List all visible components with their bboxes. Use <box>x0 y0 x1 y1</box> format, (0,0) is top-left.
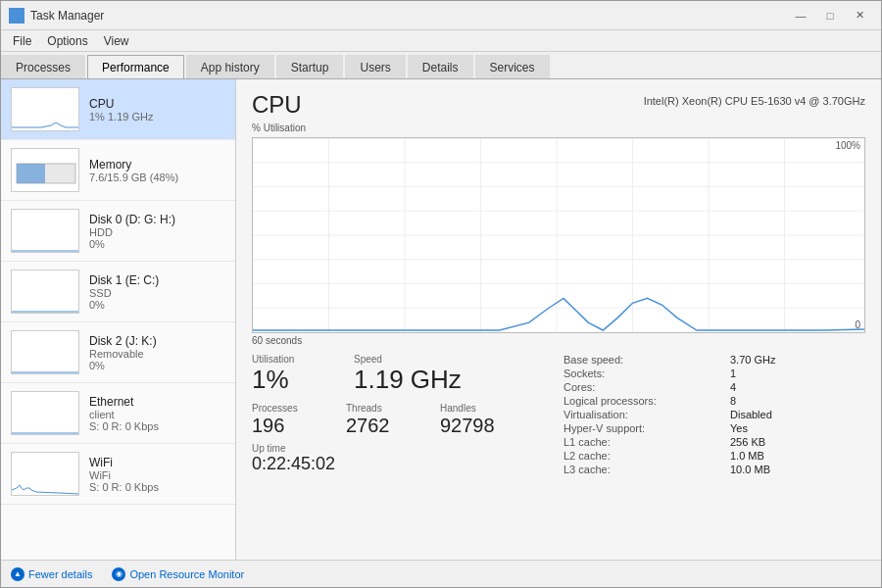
sidebar-wifi-sub1: WiFi <box>89 469 225 481</box>
sidebar-info-disk2: Disk 2 (J: K:) Removable 0% <box>89 334 225 371</box>
sidebar-disk1-name: Disk 1 (E: C:) <box>89 273 225 287</box>
graph-time-label: 60 seconds <box>252 335 865 346</box>
menu-view[interactable]: View <box>96 32 137 49</box>
processes-block: Processes 196 <box>252 403 330 437</box>
threads-value: 2762 <box>346 414 424 437</box>
title-bar-left: Task Manager <box>9 8 104 24</box>
sidebar-item-disk0[interactable]: Disk 0 (D: G: H:) HDD 0% <box>1 201 235 262</box>
svg-rect-2 <box>11 17 16 22</box>
svg-rect-1 <box>18 10 23 15</box>
maximize-button[interactable]: □ <box>816 6 844 25</box>
close-button[interactable]: ✕ <box>846 6 873 25</box>
sidebar-item-disk1[interactable]: Disk 1 (E: C:) SSD 0% <box>1 262 235 322</box>
cpu-model: Intel(R) Xeon(R) CPU E5-1630 v4 @ 3.70GH… <box>644 95 865 107</box>
sidebar-thumb-disk0 <box>11 209 79 253</box>
svg-rect-8 <box>12 210 79 253</box>
stats-left-col: Utilisation 1% Speed 1.19 GHz Processes … <box>252 354 554 475</box>
open-monitor-button[interactable]: ◉ Open Resource Monitor <box>112 567 244 581</box>
base-speed-value: 3.70 GHz <box>730 354 865 366</box>
sidebar-info-disk1: Disk 1 (E: C:) SSD 0% <box>89 273 225 311</box>
logical-value: 8 <box>730 395 865 407</box>
l2-value: 1.0 MB <box>730 450 865 462</box>
speed-block: Speed 1.19 GHz <box>354 354 462 395</box>
l3-label: L3 cache: <box>564 464 720 475</box>
menu-bar: File Options View <box>1 30 881 52</box>
sidebar-info-memory: Memory 7.6/15.9 GB (48%) <box>89 158 225 183</box>
cpu-graph: 100% 0 <box>252 137 865 333</box>
tab-performance[interactable]: Performance <box>87 55 184 78</box>
sidebar-item-memory[interactable]: Memory 7.6/15.9 GB (48%) <box>1 140 235 201</box>
menu-options[interactable]: Options <box>39 32 95 49</box>
l1-value: 256 KB <box>730 436 865 448</box>
tab-startup[interactable]: Startup <box>276 55 344 78</box>
sockets-value: 1 <box>730 368 865 379</box>
processes-value: 196 <box>252 414 330 437</box>
cpu-title: CPU <box>252 91 302 119</box>
svg-rect-10 <box>12 331 79 374</box>
window-controls: — □ ✕ <box>787 6 873 25</box>
sidebar-thumb-disk1 <box>11 270 79 314</box>
sidebar-info-disk0: Disk 0 (D: G: H:) HDD 0% <box>89 213 225 250</box>
hyperv-value: Yes <box>730 422 865 434</box>
graph-pct-min: 0 <box>855 319 860 330</box>
sidebar-disk2-sub1: Removable <box>89 348 225 360</box>
sidebar-ethernet-sub2: S: 0 R: 0 Kbps <box>89 420 225 432</box>
graph-pct-max: 100% <box>835 140 860 151</box>
virtualisation-label: Virtualisation: <box>564 409 720 420</box>
cpu-header: CPU Intel(R) Xeon(R) CPU E5-1630 v4 @ 3.… <box>252 91 865 119</box>
sidebar-memory-name: Memory <box>89 158 225 172</box>
main-content: CPU 1% 1.19 GHz Memory 7.6/15.9 GB (48%) <box>1 79 881 560</box>
handles-label: Handles <box>440 403 518 414</box>
sidebar-disk0-name: Disk 0 (D: G: H:) <box>89 213 225 226</box>
sidebar-ethernet-sub1: client <box>89 409 225 420</box>
fewer-details-icon: ▲ <box>11 567 24 581</box>
tab-details[interactable]: Details <box>408 55 473 78</box>
sidebar-disk1-sub1: SSD <box>89 287 225 299</box>
sidebar-item-wifi[interactable]: WiFi WiFi S: 0 R: 0 Kbps <box>1 444 235 505</box>
app-icon <box>9 8 24 24</box>
sidebar-disk2-sub2: 0% <box>89 360 225 371</box>
sidebar-thumb-wifi <box>11 452 79 496</box>
tabs-bar: Processes Performance App history Startu… <box>1 52 881 79</box>
bottom-bar: ▲ Fewer details ◉ Open Resource Monitor <box>1 560 881 587</box>
sidebar-item-disk2[interactable]: Disk 2 (J: K:) Removable 0% <box>1 322 235 383</box>
sockets-label: Sockets: <box>564 368 720 379</box>
threads-block: Threads 2762 <box>346 403 424 437</box>
minimize-button[interactable]: — <box>787 6 814 25</box>
sidebar-cpu-name: CPU <box>89 97 225 111</box>
fewer-details-button[interactable]: ▲ Fewer details <box>11 567 92 581</box>
tab-processes[interactable]: Processes <box>1 55 85 78</box>
open-monitor-icon: ◉ <box>112 567 125 581</box>
svg-rect-12 <box>12 453 79 496</box>
tab-services[interactable]: Services <box>475 55 550 78</box>
sidebar-thumb-disk2 <box>11 330 79 374</box>
cores-label: Cores: <box>564 381 720 393</box>
tab-users[interactable]: Users <box>345 55 405 78</box>
sidebar-item-cpu[interactable]: CPU 1% 1.19 GHz <box>1 79 235 140</box>
speed-label: Speed <box>354 354 462 365</box>
l2-label: L2 cache: <box>564 450 720 462</box>
svg-rect-9 <box>12 270 79 314</box>
sidebar-item-ethernet[interactable]: Ethernet client S: 0 R: 0 Kbps <box>1 383 235 444</box>
speed-value: 1.19 GHz <box>354 365 462 395</box>
sidebar-disk2-name: Disk 2 (J: K:) <box>89 334 225 348</box>
menu-file[interactable]: File <box>5 32 39 49</box>
sidebar-info-wifi: WiFi WiFi S: 0 R: 0 Kbps <box>89 456 225 493</box>
utilisation-label: Utilisation <box>252 354 330 365</box>
detail-grid: Base speed: 3.70 GHz Sockets: 1 Cores: 4… <box>564 354 865 475</box>
title-bar: Task Manager — □ ✕ <box>1 1 881 30</box>
l1-label: L1 cache: <box>564 436 720 448</box>
sidebar-memory-sub: 7.6/15.9 GB (48%) <box>89 172 225 183</box>
tab-app-history[interactable]: App history <box>186 55 274 78</box>
sidebar-wifi-sub2: S: 0 R: 0 Kbps <box>89 481 225 493</box>
sidebar-ethernet-name: Ethernet <box>89 395 225 409</box>
threads-label: Threads <box>346 403 424 414</box>
cpu-detail-panel: CPU Intel(R) Xeon(R) CPU E5-1630 v4 @ 3.… <box>236 79 881 560</box>
uptime-label: Up time <box>252 443 554 454</box>
handles-value: 92798 <box>440 414 518 437</box>
sidebar: CPU 1% 1.19 GHz Memory 7.6/15.9 GB (48%) <box>1 79 236 560</box>
svg-rect-7 <box>17 164 45 183</box>
sidebar-disk1-sub2: 0% <box>89 299 225 311</box>
processes-label: Processes <box>252 403 330 414</box>
sidebar-disk0-sub2: 0% <box>89 238 225 250</box>
